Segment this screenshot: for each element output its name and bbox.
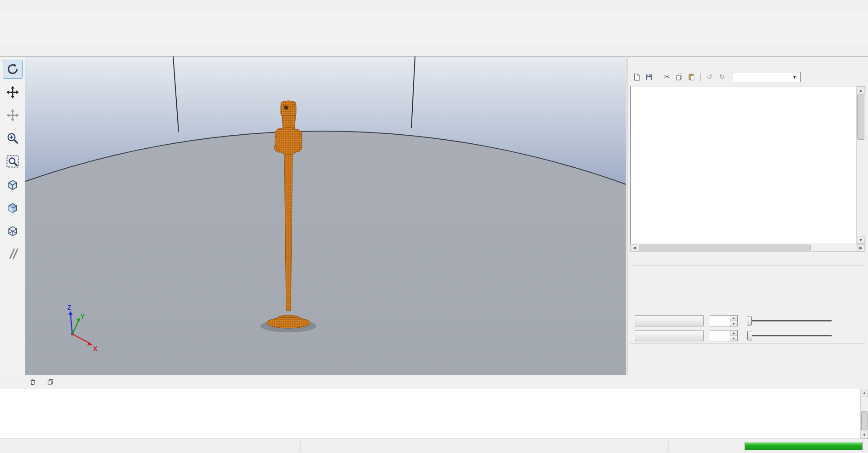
scroll-up-icon[interactable]: ▲ xyxy=(861,389,868,396)
zoom-icon xyxy=(6,132,19,145)
copy-icon xyxy=(47,379,54,386)
laatste-laag-slider[interactable] xyxy=(746,330,833,341)
slider-track xyxy=(747,335,832,336)
laatste-laag-spinner[interactable]: ▲▼ xyxy=(730,330,737,341)
editor-status-strip xyxy=(632,349,864,359)
gcode-lines xyxy=(631,86,856,244)
parallel-projection-button[interactable] xyxy=(3,244,23,263)
scroll-left-icon[interactable]: ◀ xyxy=(631,244,638,251)
redo-button[interactable]: ↻ xyxy=(716,72,727,82)
print-bed xyxy=(25,131,626,375)
rotate-icon xyxy=(6,62,19,76)
scroll-down-icon[interactable]: ▼ xyxy=(857,236,865,244)
eerste-laag-button[interactable] xyxy=(635,315,704,326)
log-vscrollbar[interactable]: ▲ ▼ xyxy=(860,389,868,439)
slider-thumb[interactable] xyxy=(747,331,752,340)
move-object-button[interactable] xyxy=(3,83,23,102)
toolbar-separator xyxy=(658,73,658,81)
spin-up-icon[interactable]: ▲ xyxy=(730,330,737,336)
top-view-button[interactable] xyxy=(3,221,23,240)
right-panel: ✂ ↺ ↻ ▼ ▲ ▼ ◀ ▶ xyxy=(627,45,868,375)
scroll-thumb[interactable] xyxy=(861,411,868,430)
redo-icon: ↻ xyxy=(719,73,725,81)
scroll-up-icon[interactable]: ▲ xyxy=(857,86,865,94)
trash-icon xyxy=(29,378,36,386)
save-small-icon xyxy=(645,73,653,81)
laatste-laag-input[interactable]: ▲▼ xyxy=(710,330,738,341)
new-file-button[interactable] xyxy=(631,72,642,82)
zoom-fit-icon xyxy=(6,155,19,168)
progress-bar xyxy=(745,442,863,450)
log-toolbar xyxy=(0,375,868,389)
paste-icon xyxy=(688,73,695,81)
cube-wireframe-icon xyxy=(6,224,19,237)
editor-hscrollbar[interactable]: ◀ ▶ xyxy=(630,244,865,252)
move-icon xyxy=(6,85,19,99)
main-toolbar xyxy=(0,12,868,45)
status-bar xyxy=(0,439,868,453)
scroll-right-icon[interactable]: ▶ xyxy=(857,244,865,251)
parallel-lines-icon xyxy=(6,247,19,260)
scroll-down-icon[interactable]: ▼ xyxy=(861,431,868,439)
log-list xyxy=(0,389,860,439)
spin-up-icon[interactable]: ▲ xyxy=(730,316,737,321)
eerste-laag-spinner[interactable]: ▲▼ xyxy=(730,316,737,326)
cube-shaded-icon xyxy=(6,201,19,214)
gcode-type-dropdown[interactable]: ▼ xyxy=(733,72,801,82)
isometric-view-button[interactable] xyxy=(3,175,23,194)
toolbar-separator xyxy=(700,73,701,81)
scroll-thumb[interactable] xyxy=(639,245,811,250)
spin-down-icon[interactable]: ▼ xyxy=(730,336,737,341)
gcode-editor-toolbar: ✂ ↺ ↻ ▼ xyxy=(631,71,864,83)
clear-log-button[interactable] xyxy=(29,378,39,386)
visualisatie-box: ▲▼ ▲▼ xyxy=(630,265,865,344)
undo-button[interactable]: ↺ xyxy=(704,72,715,82)
zoom-button[interactable] xyxy=(3,129,23,148)
undo-icon: ↺ xyxy=(707,73,712,81)
axis-y-label: Y xyxy=(80,313,85,320)
spin-down-icon[interactable]: ▼ xyxy=(730,321,737,326)
scroll-thumb[interactable] xyxy=(857,94,864,140)
cut-button[interactable]: ✂ xyxy=(661,72,673,82)
editor-vscrollbar[interactable]: ▲ ▼ xyxy=(856,86,865,244)
rotate-view-button[interactable] xyxy=(3,60,23,79)
toolbar-separator xyxy=(21,378,21,386)
copy-icon xyxy=(675,73,683,81)
gcode-editor[interactable]: ▲ ▼ xyxy=(630,86,865,244)
front-view-button[interactable] xyxy=(3,198,23,217)
axis-x-label: X xyxy=(93,345,98,352)
3d-scene[interactable]: Z Y X xyxy=(25,57,626,375)
statusbar-separator xyxy=(300,441,301,452)
copy-log-button[interactable] xyxy=(47,379,57,386)
view-tool-column xyxy=(0,57,25,375)
chevron-down-icon: ▼ xyxy=(791,73,798,81)
copy-button[interactable] xyxy=(674,72,685,82)
zoom-fit-button[interactable] xyxy=(3,152,23,171)
scissors-icon: ✂ xyxy=(664,73,670,81)
axis-z-label: Z xyxy=(67,304,71,311)
laatste-laag-value xyxy=(710,330,730,341)
eerste-laag-input[interactable]: ▲▼ xyxy=(710,315,738,326)
preview-panel-body: ✂ ↺ ↻ ▼ ▲ ▼ ◀ ▶ xyxy=(627,56,868,375)
statusbar-separator xyxy=(668,441,669,452)
menu-bar xyxy=(0,0,868,12)
paste-button[interactable] xyxy=(686,72,697,82)
slider-thumb[interactable] xyxy=(747,316,752,326)
move-viewpoint-button[interactable] xyxy=(3,106,23,125)
slider-track xyxy=(747,320,832,321)
cube-filled-icon xyxy=(6,178,19,191)
laatste-laag-button[interactable] xyxy=(635,330,704,341)
eerste-laag-slider[interactable] xyxy=(746,315,833,326)
new-file-icon xyxy=(633,73,641,81)
move-gray-icon xyxy=(6,109,19,122)
viewport-frame: Z Y X xyxy=(0,56,626,375)
eerste-laag-value xyxy=(710,316,730,326)
save-gcode-button[interactable] xyxy=(643,72,655,82)
